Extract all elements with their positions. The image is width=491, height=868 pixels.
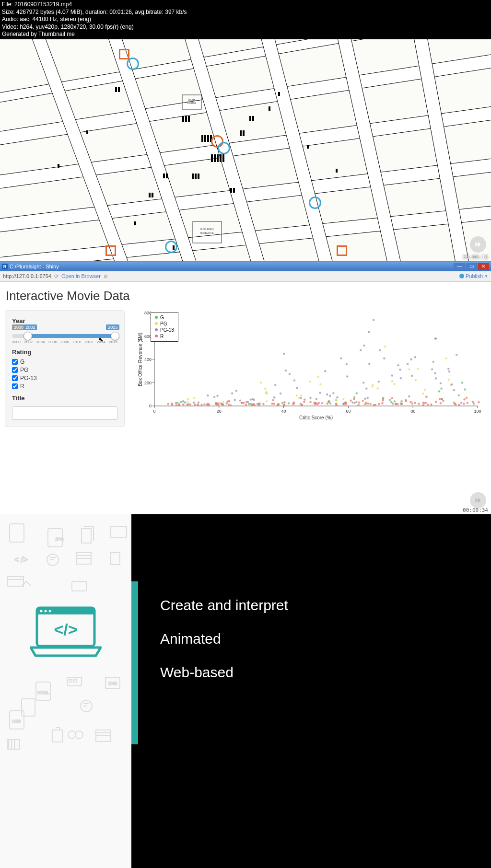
svg-point-165 [399,369,401,370]
map-svg: GOLDEN SQUARE WORK HOUSE [0,39,491,262]
pump-marker-blue-right [309,197,321,209]
svg-point-225 [273,403,275,405]
svg-point-332 [423,402,425,404]
close-button[interactable]: ✕ [478,263,489,270]
svg-point-210 [171,404,173,405]
svg-point-139 [234,399,236,401]
svg-point-185 [373,319,374,321]
svg-point-211 [167,403,169,405]
svg-point-148 [296,387,298,389]
svg-point-152 [340,357,342,359]
stop-icon[interactable]: ⊘ [104,273,108,279]
svg-point-160 [364,397,366,399]
svg-point-196 [451,383,453,385]
minimize-button[interactable]: — [454,263,465,270]
svg-rect-15 [192,174,194,179]
svg-rect-4 [185,116,187,122]
title-search-input[interactable] [12,406,117,420]
svg-point-336 [458,404,460,405]
checkbox[interactable] [12,359,18,365]
legend-item: R [155,333,174,339]
svg-text:</>: </> [54,620,77,638]
svg-point-313 [230,404,232,406]
svg-text:400: 400 [144,357,152,362]
checkbox[interactable] [12,375,18,381]
svg-point-171 [431,368,433,370]
svg-rect-3 [182,116,184,122]
open-in-browser-link[interactable]: Open in Browser [61,273,101,279]
svg-point-95 [193,397,195,399]
svg-point-197 [250,398,252,400]
svg-point-163 [378,381,380,382]
svg-rect-26 [149,193,151,197]
svg-point-325 [345,404,347,405]
maximize-button[interactable]: ▭ [466,263,477,270]
slider-handle-from[interactable] [23,332,32,340]
svg-point-202 [200,404,202,405]
svg-point-188 [411,375,413,377]
svg-rect-20 [240,130,242,136]
svg-point-235 [328,400,330,402]
publish-button[interactable]: Publish ▼ [459,273,488,279]
window-title-text: C:/Pluralsight - Shiny [10,264,59,269]
svg-point-83 [461,382,463,383]
svg-point-194 [456,354,457,356]
svg-point-214 [189,403,191,405]
legend-item: PG-13 [155,327,174,333]
svg-point-236 [353,398,355,400]
svg-point-77 [400,400,402,402]
svg-point-337 [454,403,456,405]
svg-point-179 [332,392,334,394]
checkbox[interactable] [12,367,18,373]
svg-point-254 [466,397,468,399]
svg-rect-33 [336,169,338,173]
rstudio-icon: R [2,264,8,269]
svg-point-110 [445,357,447,359]
svg-point-117 [300,394,302,396]
svg-rect-17 [198,174,199,179]
svg-point-129 [265,392,267,394]
slide-thumbnail: JPG < /> CSS HTML EXE [0,514,491,868]
svg-point-119 [342,398,344,400]
svg-point-138 [231,392,233,394]
svg-point-123 [391,380,393,382]
play-button-mid[interactable] [470,492,486,509]
svg-rect-14 [222,154,224,162]
svg-point-212 [193,401,195,403]
svg-rect-7 [204,135,206,142]
rating-check-R[interactable]: R [12,383,117,390]
svg-rect-341 [110,526,127,538]
svg-point-262 [206,404,208,405]
svg-rect-32 [307,145,309,149]
year-slider[interactable]: 2000 2002 2015 ⬉ 20002002200420062008201… [12,327,117,345]
svg-point-106 [377,387,379,389]
svg-text:GOLDEN: GOLDEN [200,228,214,231]
svg-point-310 [197,404,199,406]
pump-marker-blue-bottom [165,241,177,253]
svg-point-96 [187,398,189,400]
svg-point-134 [207,394,209,396]
svg-point-127 [422,393,424,394]
checkbox[interactable] [12,383,18,389]
svg-point-238 [350,399,351,401]
rating-check-PG[interactable]: PG [12,367,117,373]
rating-check-G[interactable]: G [12,359,117,365]
svg-point-105 [371,385,373,387]
rating-check-PG-13[interactable]: PG-13 [12,375,117,382]
svg-point-243 [382,399,384,401]
svg-point-312 [228,404,230,405]
play-button[interactable] [470,236,486,253]
svg-point-166 [391,374,393,376]
svg-rect-27 [152,193,153,197]
svg-point-108 [408,368,410,370]
svg-point-82 [438,390,440,392]
svg-point-122 [384,346,386,347]
svg-point-232 [309,401,311,403]
svg-point-297 [430,404,432,405]
slider-handle-to[interactable] [111,332,119,340]
svg-rect-16 [195,174,197,179]
svg-point-285 [353,402,355,404]
svg-point-304 [473,403,475,405]
pump-marker-orange-sq [119,49,129,59]
refresh-icon[interactable]: ⟳ [54,273,58,279]
